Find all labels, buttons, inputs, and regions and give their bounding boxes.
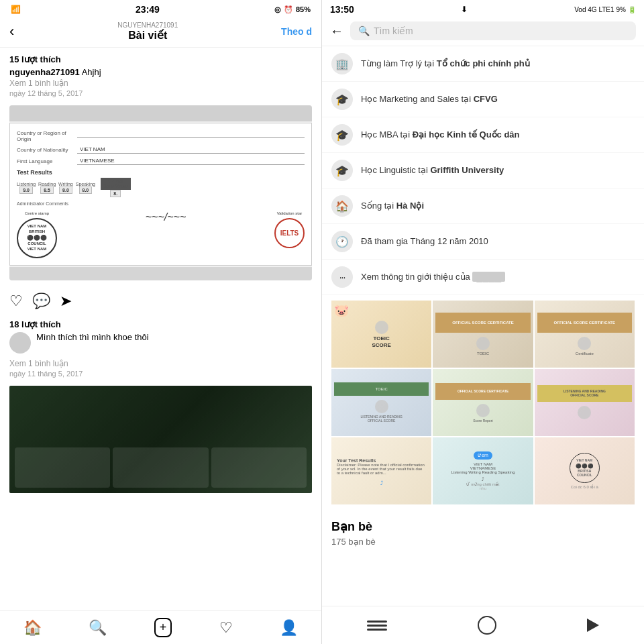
info-item-5: 🕐 Đã tham gia Tháng 12 năm 2010	[322, 224, 644, 260]
photo-cell-inner-0: 🐷 TOEICSCORE	[331, 301, 431, 368]
edu3-icon-circle: 🎓	[331, 160, 353, 181]
time-left: 23:49	[136, 4, 160, 15]
follow-button[interactable]: Theo d	[281, 26, 312, 37]
home-nav-icon[interactable]: 🏠	[23, 619, 42, 637]
info-item-0: 🏢 Từng làm Trợ lý tại Tổ chức phi chính …	[322, 46, 644, 82]
admin-comments-label: Administrator Comments	[17, 201, 305, 206]
see-comments-2[interactable]: Xem 1 bình luận	[9, 359, 312, 368]
info-text-1: Học Marketing and Sales tại CFVG	[361, 93, 498, 105]
search-nav-icon[interactable]: 🔍	[89, 619, 107, 637]
share-icon[interactable]: ➤	[60, 292, 72, 310]
ielts-document: Country or Region of Origin Country of N…	[9, 123, 312, 266]
profile-nav-icon[interactable]: 👤	[280, 619, 298, 637]
reading-value: 8.5	[40, 186, 54, 194]
work-prefix: Từng làm Trợ lý tại	[361, 58, 437, 68]
avatar-2	[9, 332, 31, 354]
android-menu-button[interactable]	[367, 621, 387, 631]
work-icon: 🏢	[335, 58, 349, 70]
edu1-prefix: Học Marketing and Sales tại	[361, 94, 474, 104]
photo-post-bottom	[9, 386, 312, 493]
bc-stamp-small: VIET NAM ⚫⚫⚫ BRITISH COUNCIL	[570, 453, 600, 483]
like-icon[interactable]: ♡	[9, 292, 23, 310]
info-text-3: Học Linguistic tại Griffith University	[361, 164, 504, 176]
caption-8: Coi dc 6.0 rồi à	[571, 484, 598, 489]
signature-area: ~~~/~~~	[146, 211, 186, 223]
country-origin-value	[77, 136, 305, 138]
search-input-area[interactable]: 🔍 Tìm kiếm	[350, 21, 636, 40]
work-icon-circle: 🏢	[331, 53, 353, 74]
graduation-icon-1: 🎓	[335, 93, 349, 106]
add-nav-icon[interactable]: +	[154, 618, 172, 637]
username-display: NGUYENHA271091	[117, 21, 178, 29]
photo-cell-8[interactable]: VIET NAM ⚫⚫⚫ BRITISH COUNCIL Coi dc 6.0 …	[535, 437, 635, 504]
bc-line1: VIET NAM	[28, 224, 47, 229]
user-7: nhu	[480, 486, 486, 490]
search-placeholder: Tìm kiếm	[374, 25, 413, 36]
blur-5	[578, 406, 591, 419]
android-home-button[interactable]	[478, 616, 496, 635]
alarm-icon: ⏰	[284, 5, 293, 14]
menu-line-3	[367, 629, 387, 631]
android-back-button[interactable]	[587, 619, 599, 632]
writing-value: 8.0	[59, 186, 72, 194]
search-magnifier-icon: 🔍	[358, 25, 370, 36]
photo-cell-5[interactable]: LISTENING AND READINGOFFICIAL SCORE	[535, 369, 635, 436]
info-text-0: Từng làm Trợ lý tại Tổ chức phi chính ph…	[361, 58, 530, 70]
graduation-icon-3: 🎓	[335, 164, 349, 177]
speaking-value: 8.0	[79, 186, 93, 194]
photo-cell-4[interactable]: OFFICIAL SCORE CERTIFICATE Score Report	[433, 369, 533, 436]
nav-bar-left: ‹ NGUYENHA271091 Bài viết Theo d	[0, 19, 321, 48]
graduation-icon-2: 🎓	[335, 129, 349, 142]
comment-username-1: nguyenha271091	[9, 67, 80, 77]
photo-cell-0[interactable]: 🐷 TOEICSCORE	[331, 301, 431, 368]
likes-count-2: 18 lượt thích	[9, 319, 312, 329]
photo-cell-3[interactable]: TOEIC LISTENING AND READINGOFFICIAL SCOR…	[331, 369, 431, 436]
see-comments-1[interactable]: Xem 1 bình luận	[9, 78, 312, 88]
test-results-title: Test Results	[17, 169, 305, 176]
comment-icon[interactable]: 💬	[32, 292, 50, 310]
edu3-org: Griffith University	[430, 165, 504, 175]
home-icon: 🏠	[335, 200, 349, 213]
share-icon-6: ⤴	[380, 480, 383, 486]
share-icon-7: ⤴	[482, 477, 484, 482]
bc-line4: VIET NAM	[28, 247, 47, 252]
first-language-label: First Language	[17, 158, 77, 164]
back-button-right[interactable]: ←	[330, 23, 343, 39]
clock-icon-circle: 🕐	[331, 231, 353, 252]
info-text-4: Sống tại Hà Nội	[361, 200, 424, 212]
more-icon-circle: ···	[331, 266, 353, 288]
comment-text-1: Ahjhj	[82, 67, 101, 77]
stamps-area: Centre stamp VIET NAM BRITISH ⚫⚫⚫ COUNCI…	[17, 211, 305, 258]
comment-text-2: Mình thích thì mình khoe thôi	[36, 332, 149, 342]
battery-left: 85%	[296, 5, 311, 13]
info-item-4: 🏠 Sống tại Hà Nội	[322, 189, 644, 224]
signal-text: Vod 4G LTE1	[574, 6, 614, 13]
info-list: 🏢 Từng làm Trợ lý tại Tổ chức phi chính …	[322, 46, 644, 295]
back-button-left[interactable]: ‹	[9, 23, 14, 40]
speaking-label: Speaking	[76, 182, 95, 186]
photo-cell-7[interactable]: ừ em VIET NAM VIETNAMESE Listening Writi…	[433, 437, 533, 504]
info-item-6[interactable]: ··· Xem thông tin giới thiệu của ████	[322, 260, 644, 295]
photo-cell-inner-6: Your Test Results Disclaimer: Please not…	[331, 437, 431, 504]
menu-line-1	[367, 621, 387, 623]
clock-icon: 🕐	[335, 235, 349, 248]
photo-cell-6[interactable]: Your Test Results Disclaimer: Please not…	[331, 437, 431, 504]
overall-label: OverallBand Score	[101, 178, 131, 190]
photo-cell-1[interactable]: OFFICIAL SCORE CERTIFICATE TOEIC	[433, 301, 533, 368]
country-nationality-value: VIET NAM	[77, 146, 305, 154]
right-content: 🏢 Từng làm Trợ lý tại Tổ chức phi chính …	[322, 46, 644, 606]
photo-cell-inner-4: OFFICIAL SCORE CERTIFICATE Score Report	[433, 369, 533, 436]
photo-cell-2[interactable]: OFFICIAL SCORE CERTIFICATE Certificate	[535, 301, 635, 368]
right-panel: 13:50 ⬇ Vod 4G LTE1 9% 🔋 ← 🔍 Tìm kiếm 🏢 …	[322, 0, 644, 644]
date-1: ngày 12 tháng 5, 2017	[9, 89, 312, 97]
bottom-nav-left: 🏠 🔍 + ♡ 👤	[0, 610, 321, 644]
ban-be-section: Bạn bè 175 bạn bè	[322, 510, 644, 551]
blur-1	[476, 337, 490, 350]
see-intro-name: ████	[472, 272, 505, 282]
work-org: Tổ chức phi chính phủ	[437, 58, 530, 68]
heart-nav-icon[interactable]: ♡	[219, 619, 233, 637]
cert-label-4: Score Report	[473, 419, 492, 423]
live-prefix: Sống tại	[361, 201, 396, 211]
info-text-6: Xem thông tin giới thiệu của ████	[361, 271, 505, 283]
edu1-icon-circle: 🎓	[331, 89, 353, 110]
